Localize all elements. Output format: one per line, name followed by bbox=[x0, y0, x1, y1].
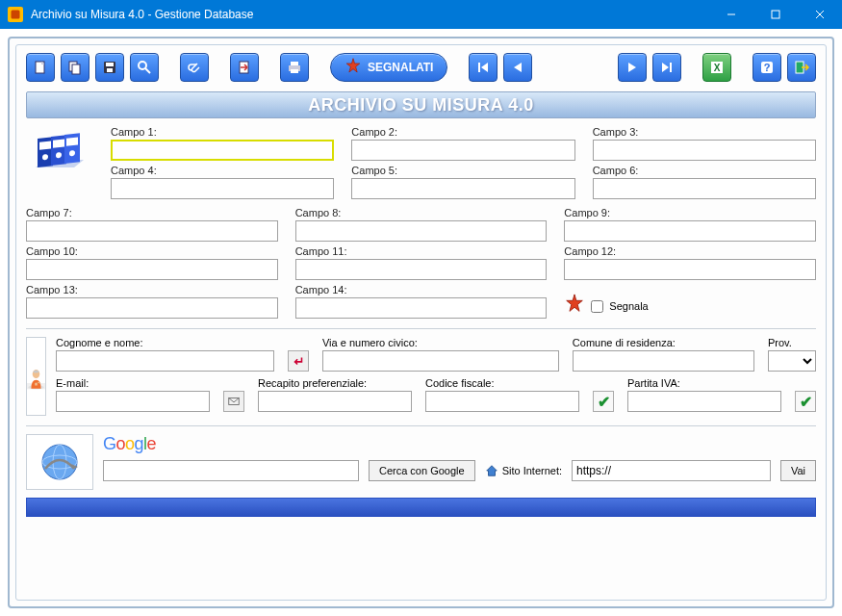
city-label: Comune di residenza: bbox=[573, 337, 754, 348]
toolbar: SEGNALATI X ? bbox=[26, 53, 816, 82]
campo11-input[interactable] bbox=[295, 259, 548, 280]
print-button[interactable] bbox=[280, 53, 309, 82]
fiscale-label: Codice fiscale: bbox=[425, 377, 579, 389]
svg-rect-14 bbox=[291, 62, 298, 65]
svg-marker-17 bbox=[346, 58, 360, 71]
name-label: Cognome e nome: bbox=[56, 337, 274, 348]
google-search-button[interactable]: Cerca con Google bbox=[369, 460, 475, 481]
campo12-input[interactable] bbox=[564, 259, 816, 280]
minimize-button[interactable] bbox=[709, 0, 753, 29]
campo5-input[interactable] bbox=[351, 178, 574, 199]
close-button[interactable] bbox=[798, 0, 842, 29]
svg-marker-21 bbox=[628, 63, 636, 72]
app-icon bbox=[8, 7, 23, 22]
svg-point-11 bbox=[139, 62, 146, 69]
segnalati-button[interactable]: SEGNALATI bbox=[330, 53, 447, 82]
city-input[interactable] bbox=[573, 350, 754, 372]
campo6-input[interactable] bbox=[593, 178, 816, 199]
svg-rect-7 bbox=[72, 64, 80, 74]
copy-button[interactable] bbox=[61, 53, 89, 82]
svg-marker-38 bbox=[567, 295, 583, 311]
fiscale-input[interactable] bbox=[425, 391, 579, 412]
campo14-input[interactable] bbox=[295, 297, 548, 319]
site-label: Sito Internet: bbox=[485, 464, 562, 477]
piva-check-button[interactable]: ✔ bbox=[795, 391, 816, 412]
svg-rect-30 bbox=[39, 141, 51, 150]
attach-button[interactable] bbox=[180, 53, 209, 82]
star-icon bbox=[564, 294, 585, 319]
next-button[interactable] bbox=[618, 53, 647, 82]
svg-rect-10 bbox=[107, 68, 113, 72]
campo12-label: Campo 12: bbox=[564, 245, 816, 257]
campo4-input[interactable] bbox=[111, 178, 334, 199]
svg-rect-0 bbox=[12, 11, 20, 19]
campo13-input[interactable] bbox=[26, 297, 278, 319]
segnala-checkbox[interactable] bbox=[591, 300, 603, 313]
name-input[interactable] bbox=[56, 350, 274, 372]
site-go-button[interactable]: Vai bbox=[780, 460, 816, 481]
title-bar: Archivio su Misura 4.0 - Gestione Databa… bbox=[0, 0, 842, 29]
svg-marker-19 bbox=[481, 63, 488, 72]
campo7-input[interactable] bbox=[26, 220, 278, 242]
email-button[interactable] bbox=[223, 391, 244, 412]
svg-rect-33 bbox=[53, 140, 64, 148]
svg-rect-18 bbox=[478, 63, 480, 72]
export-button[interactable] bbox=[230, 53, 259, 82]
recapito-label: Recapito preferenziale: bbox=[258, 377, 412, 389]
google-search-input[interactable] bbox=[103, 460, 359, 481]
footer-bar bbox=[26, 498, 816, 517]
separator-2 bbox=[26, 425, 816, 426]
person-image bbox=[26, 337, 46, 416]
site-url-input[interactable] bbox=[572, 460, 771, 481]
piva-label: Partita IVA: bbox=[627, 377, 781, 389]
campo1-input[interactable] bbox=[111, 140, 334, 161]
campo8-label: Campo 8: bbox=[295, 207, 548, 218]
campo2-label: Campo 2: bbox=[351, 126, 574, 138]
svg-marker-20 bbox=[514, 63, 522, 72]
exit-button[interactable] bbox=[787, 53, 816, 82]
save-button[interactable] bbox=[95, 53, 124, 82]
campo10-input[interactable] bbox=[26, 259, 278, 280]
segnalati-label: SEGNALATI bbox=[368, 61, 433, 74]
svg-line-12 bbox=[145, 68, 150, 73]
campo2-input[interactable] bbox=[351, 140, 574, 161]
campo9-label: Campo 9: bbox=[564, 207, 816, 218]
email-input[interactable] bbox=[56, 391, 210, 412]
badge-icon bbox=[344, 58, 362, 78]
prov-select[interactable] bbox=[768, 350, 816, 372]
campo14-label: Campo 14: bbox=[295, 284, 548, 295]
home-icon bbox=[485, 464, 498, 477]
excel-button[interactable]: X bbox=[702, 53, 731, 82]
address-input[interactable] bbox=[322, 350, 559, 372]
campo10-label: Campo 10: bbox=[26, 245, 278, 257]
help-button[interactable]: ? bbox=[753, 53, 781, 82]
campo5-label: Campo 5: bbox=[351, 165, 574, 176]
fiscale-check-button[interactable]: ✔ bbox=[593, 391, 614, 412]
recapito-input[interactable] bbox=[258, 391, 412, 412]
maximize-button[interactable] bbox=[753, 0, 798, 29]
name-enter-button[interactable] bbox=[288, 350, 309, 372]
last-button[interactable] bbox=[652, 53, 681, 82]
svg-text:?: ? bbox=[764, 62, 771, 73]
campo6-label: Campo 6: bbox=[593, 165, 816, 176]
campo3-input[interactable] bbox=[593, 140, 816, 161]
segnala-label: Segnala bbox=[609, 300, 648, 312]
address-label: Via e numero civico: bbox=[322, 337, 559, 348]
svg-rect-23 bbox=[670, 63, 672, 72]
campo9-input[interactable] bbox=[564, 220, 816, 242]
svg-rect-36 bbox=[66, 138, 78, 146]
new-button[interactable] bbox=[26, 53, 55, 82]
svg-text:X: X bbox=[714, 63, 721, 73]
globe-image bbox=[26, 434, 93, 490]
campo8-input[interactable] bbox=[295, 220, 548, 242]
svg-rect-16 bbox=[291, 69, 298, 73]
campo7-label: Campo 7: bbox=[26, 207, 278, 218]
first-button[interactable] bbox=[469, 53, 498, 82]
email-label: E-mail: bbox=[56, 377, 210, 389]
svg-rect-2 bbox=[772, 11, 779, 18]
books-image bbox=[26, 126, 101, 193]
piva-input[interactable] bbox=[627, 391, 781, 412]
campo11-label: Campo 11: bbox=[295, 245, 548, 257]
prev-button[interactable] bbox=[503, 53, 532, 82]
search-button[interactable] bbox=[130, 53, 159, 82]
